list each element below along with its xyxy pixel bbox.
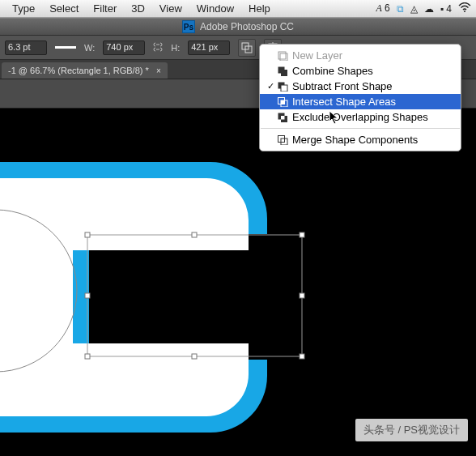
menu-item-intersect-shape-areas[interactable]: Intersect Shape Areas <box>260 94 461 109</box>
menubar-status-area: A 6 ⧉ ◬ ☁ ▪ 4 <box>376 2 471 15</box>
menu-3d[interactable]: 3D <box>124 2 152 15</box>
creative-cloud-icon[interactable]: ☁ <box>424 3 434 15</box>
exclude-shape-icon <box>276 112 289 123</box>
document-tab[interactable]: -1 @ 66.7% (Rectangle 1, RGB/8) * × <box>2 62 168 79</box>
merge-shape-icon <box>276 134 289 146</box>
path-operations-button[interactable] <box>238 39 256 57</box>
menu-view[interactable]: View <box>152 2 189 15</box>
svg-rect-14 <box>300 354 304 359</box>
svg-rect-6 <box>87 235 302 356</box>
intersect-shape-icon <box>276 96 289 108</box>
menu-item-new-layer: New Layer <box>260 48 461 63</box>
height-label: H: <box>171 43 180 53</box>
photoshop-app-icon: Ps <box>182 20 195 33</box>
stroke-width-field[interactable]: 6.3 pt <box>5 40 47 55</box>
svg-rect-12 <box>85 354 90 359</box>
new-layer-icon <box>276 50 289 62</box>
document-tab-title: -1 @ 66.7% (Rectangle 1, RGB/8) * <box>8 66 149 75</box>
canvas-area[interactable] <box>0 109 476 456</box>
width-field[interactable]: 740 px <box>103 40 145 55</box>
height-field[interactable]: 421 px <box>188 40 230 55</box>
stroke-style-swatch[interactable] <box>55 46 76 49</box>
svg-rect-20 <box>281 85 287 92</box>
shape-artwork <box>0 109 476 456</box>
menu-item-subtract-front-shape[interactable]: ✓ Subtract Front Shape <box>260 79 461 94</box>
svg-rect-11 <box>300 293 304 298</box>
svg-rect-13 <box>192 354 197 359</box>
watermark-label: 头条号 / PS视觉设计 <box>355 419 468 441</box>
menu-item-exclude-overlapping-shapes[interactable]: Exclude Overlapping Shapes <box>260 109 461 125</box>
svg-rect-10 <box>85 293 90 298</box>
checkmark-icon: ✓ <box>265 81 276 92</box>
svg-rect-9 <box>300 232 304 237</box>
menu-item-label: Merge Shape Components <box>292 134 418 146</box>
google-drive-icon[interactable]: ◬ <box>410 3 418 15</box>
app-titlebar: Ps Adobe Photoshop CC <box>0 18 476 36</box>
svg-point-0 <box>464 11 465 12</box>
svg-rect-8 <box>192 232 197 237</box>
mac-menubar: Type Select Filter 3D View Window Help A… <box>0 0 476 18</box>
svg-rect-23 <box>281 100 285 104</box>
menu-select[interactable]: Select <box>42 2 86 15</box>
wifi-icon[interactable] <box>458 2 471 15</box>
app-title: Adobe Photoshop CC <box>200 21 294 32</box>
menu-window[interactable]: Window <box>189 2 241 15</box>
svg-rect-16 <box>280 53 287 61</box>
notification-a6-icon[interactable]: A 6 <box>376 2 389 15</box>
combine-shapes-icon <box>276 66 289 77</box>
menu-type[interactable]: Type <box>5 2 42 15</box>
width-label: W: <box>84 43 95 53</box>
dropbox-icon[interactable]: ⧉ <box>397 3 404 15</box>
menu-item-label: Exclude Overlapping Shapes <box>292 111 428 123</box>
menu-item-merge-shape-components[interactable]: Merge Shape Components <box>260 132 461 147</box>
menu-item-label: Intersect Shape Areas <box>292 96 396 108</box>
path-operations-menu: New Layer Combine Shapes ✓ Subtract Fron… <box>259 44 461 151</box>
svg-rect-18 <box>281 70 287 76</box>
menu-item-label: Subtract Front Shape <box>292 80 393 92</box>
svg-rect-15 <box>278 52 286 59</box>
menu-help[interactable]: Help <box>241 2 278 15</box>
subtract-shape-icon <box>276 81 289 92</box>
link-wh-icon[interactable] <box>153 41 163 54</box>
svg-rect-7 <box>85 232 90 237</box>
menu-item-label: Combine Shapes <box>292 65 373 77</box>
close-tab-icon[interactable]: × <box>156 66 161 75</box>
menu-item-combine-shapes[interactable]: Combine Shapes <box>260 63 461 79</box>
menu-filter[interactable]: Filter <box>86 2 124 15</box>
menu-item-label: New Layer <box>292 49 342 62</box>
menu-separator <box>261 128 460 129</box>
battery-4-icon[interactable]: ▪ 4 <box>440 3 452 15</box>
